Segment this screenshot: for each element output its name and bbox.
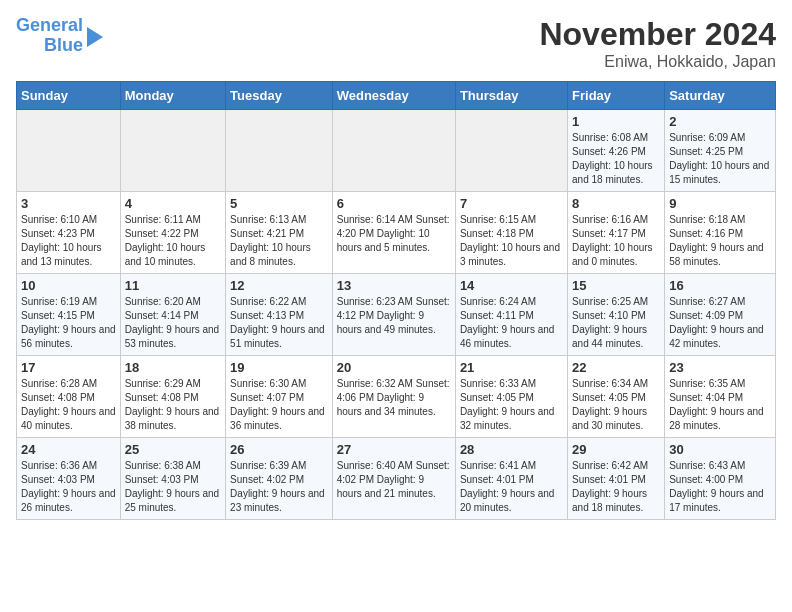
day-info: Sunrise: 6:41 AM Sunset: 4:01 PM Dayligh… [460, 459, 563, 515]
day-info: Sunrise: 6:25 AM Sunset: 4:10 PM Dayligh… [572, 295, 660, 351]
day-info: Sunrise: 6:18 AM Sunset: 4:16 PM Dayligh… [669, 213, 771, 269]
day-cell: 30Sunrise: 6:43 AM Sunset: 4:00 PM Dayli… [665, 438, 776, 520]
weekday-header-tuesday: Tuesday [226, 82, 333, 110]
day-info: Sunrise: 6:22 AM Sunset: 4:13 PM Dayligh… [230, 295, 328, 351]
day-cell: 17Sunrise: 6:28 AM Sunset: 4:08 PM Dayli… [17, 356, 121, 438]
day-info: Sunrise: 6:43 AM Sunset: 4:00 PM Dayligh… [669, 459, 771, 515]
day-cell: 21Sunrise: 6:33 AM Sunset: 4:05 PM Dayli… [455, 356, 567, 438]
day-cell: 22Sunrise: 6:34 AM Sunset: 4:05 PM Dayli… [568, 356, 665, 438]
day-number: 14 [460, 278, 563, 293]
day-info: Sunrise: 6:23 AM Sunset: 4:12 PM Dayligh… [337, 295, 451, 337]
day-cell: 25Sunrise: 6:38 AM Sunset: 4:03 PM Dayli… [120, 438, 225, 520]
location-subtitle: Eniwa, Hokkaido, Japan [539, 53, 776, 71]
day-number: 17 [21, 360, 116, 375]
day-info: Sunrise: 6:32 AM Sunset: 4:06 PM Dayligh… [337, 377, 451, 419]
day-cell [120, 110, 225, 192]
day-info: Sunrise: 6:24 AM Sunset: 4:11 PM Dayligh… [460, 295, 563, 351]
weekday-header-sunday: Sunday [17, 82, 121, 110]
day-info: Sunrise: 6:29 AM Sunset: 4:08 PM Dayligh… [125, 377, 221, 433]
day-cell: 19Sunrise: 6:30 AM Sunset: 4:07 PM Dayli… [226, 356, 333, 438]
day-cell: 27Sunrise: 6:40 AM Sunset: 4:02 PM Dayli… [332, 438, 455, 520]
day-cell: 4Sunrise: 6:11 AM Sunset: 4:22 PM Daylig… [120, 192, 225, 274]
day-info: Sunrise: 6:13 AM Sunset: 4:21 PM Dayligh… [230, 213, 328, 269]
week-row-2: 3Sunrise: 6:10 AM Sunset: 4:23 PM Daylig… [17, 192, 776, 274]
day-cell [332, 110, 455, 192]
day-number: 8 [572, 196, 660, 211]
day-info: Sunrise: 6:40 AM Sunset: 4:02 PM Dayligh… [337, 459, 451, 501]
day-number: 1 [572, 114, 660, 129]
day-number: 29 [572, 442, 660, 457]
day-cell: 29Sunrise: 6:42 AM Sunset: 4:01 PM Dayli… [568, 438, 665, 520]
day-info: Sunrise: 6:39 AM Sunset: 4:02 PM Dayligh… [230, 459, 328, 515]
day-info: Sunrise: 6:27 AM Sunset: 4:09 PM Dayligh… [669, 295, 771, 351]
day-number: 2 [669, 114, 771, 129]
day-info: Sunrise: 6:08 AM Sunset: 4:26 PM Dayligh… [572, 131, 660, 187]
day-info: Sunrise: 6:38 AM Sunset: 4:03 PM Dayligh… [125, 459, 221, 515]
day-info: Sunrise: 6:28 AM Sunset: 4:08 PM Dayligh… [21, 377, 116, 433]
day-cell: 16Sunrise: 6:27 AM Sunset: 4:09 PM Dayli… [665, 274, 776, 356]
day-number: 21 [460, 360, 563, 375]
day-info: Sunrise: 6:36 AM Sunset: 4:03 PM Dayligh… [21, 459, 116, 515]
logo: General Blue [16, 16, 103, 56]
day-info: Sunrise: 6:16 AM Sunset: 4:17 PM Dayligh… [572, 213, 660, 269]
day-number: 7 [460, 196, 563, 211]
day-number: 30 [669, 442, 771, 457]
day-number: 18 [125, 360, 221, 375]
title-block: November 2024 Eniwa, Hokkaido, Japan [539, 16, 776, 71]
day-cell: 2Sunrise: 6:09 AM Sunset: 4:25 PM Daylig… [665, 110, 776, 192]
day-number: 12 [230, 278, 328, 293]
day-number: 15 [572, 278, 660, 293]
week-row-5: 24Sunrise: 6:36 AM Sunset: 4:03 PM Dayli… [17, 438, 776, 520]
day-number: 16 [669, 278, 771, 293]
day-info: Sunrise: 6:10 AM Sunset: 4:23 PM Dayligh… [21, 213, 116, 269]
day-number: 13 [337, 278, 451, 293]
day-info: Sunrise: 6:14 AM Sunset: 4:20 PM Dayligh… [337, 213, 451, 255]
week-row-3: 10Sunrise: 6:19 AM Sunset: 4:15 PM Dayli… [17, 274, 776, 356]
page-header: General Blue November 2024 Eniwa, Hokkai… [16, 16, 776, 71]
day-number: 4 [125, 196, 221, 211]
day-cell: 7Sunrise: 6:15 AM Sunset: 4:18 PM Daylig… [455, 192, 567, 274]
day-cell: 6Sunrise: 6:14 AM Sunset: 4:20 PM Daylig… [332, 192, 455, 274]
day-info: Sunrise: 6:30 AM Sunset: 4:07 PM Dayligh… [230, 377, 328, 433]
day-number: 10 [21, 278, 116, 293]
day-info: Sunrise: 6:09 AM Sunset: 4:25 PM Dayligh… [669, 131, 771, 187]
day-cell: 3Sunrise: 6:10 AM Sunset: 4:23 PM Daylig… [17, 192, 121, 274]
day-info: Sunrise: 6:15 AM Sunset: 4:18 PM Dayligh… [460, 213, 563, 269]
day-cell: 28Sunrise: 6:41 AM Sunset: 4:01 PM Dayli… [455, 438, 567, 520]
day-number: 24 [21, 442, 116, 457]
week-row-4: 17Sunrise: 6:28 AM Sunset: 4:08 PM Dayli… [17, 356, 776, 438]
day-number: 9 [669, 196, 771, 211]
logo-text2: Blue [44, 36, 83, 56]
day-info: Sunrise: 6:20 AM Sunset: 4:14 PM Dayligh… [125, 295, 221, 351]
month-title: November 2024 [539, 16, 776, 53]
day-number: 27 [337, 442, 451, 457]
day-number: 28 [460, 442, 563, 457]
logo-text: General [16, 16, 83, 36]
day-cell: 15Sunrise: 6:25 AM Sunset: 4:10 PM Dayli… [568, 274, 665, 356]
day-cell [17, 110, 121, 192]
weekday-header-row: SundayMondayTuesdayWednesdayThursdayFrid… [17, 82, 776, 110]
day-info: Sunrise: 6:42 AM Sunset: 4:01 PM Dayligh… [572, 459, 660, 515]
day-number: 19 [230, 360, 328, 375]
weekday-header-friday: Friday [568, 82, 665, 110]
day-number: 23 [669, 360, 771, 375]
day-cell: 11Sunrise: 6:20 AM Sunset: 4:14 PM Dayli… [120, 274, 225, 356]
day-number: 22 [572, 360, 660, 375]
day-number: 3 [21, 196, 116, 211]
day-cell: 1Sunrise: 6:08 AM Sunset: 4:26 PM Daylig… [568, 110, 665, 192]
week-row-1: 1Sunrise: 6:08 AM Sunset: 4:26 PM Daylig… [17, 110, 776, 192]
day-cell: 23Sunrise: 6:35 AM Sunset: 4:04 PM Dayli… [665, 356, 776, 438]
day-number: 11 [125, 278, 221, 293]
day-cell: 13Sunrise: 6:23 AM Sunset: 4:12 PM Dayli… [332, 274, 455, 356]
day-info: Sunrise: 6:33 AM Sunset: 4:05 PM Dayligh… [460, 377, 563, 433]
day-cell [455, 110, 567, 192]
day-cell: 14Sunrise: 6:24 AM Sunset: 4:11 PM Dayli… [455, 274, 567, 356]
day-info: Sunrise: 6:35 AM Sunset: 4:04 PM Dayligh… [669, 377, 771, 433]
day-info: Sunrise: 6:34 AM Sunset: 4:05 PM Dayligh… [572, 377, 660, 433]
weekday-header-thursday: Thursday [455, 82, 567, 110]
day-cell: 20Sunrise: 6:32 AM Sunset: 4:06 PM Dayli… [332, 356, 455, 438]
day-cell: 9Sunrise: 6:18 AM Sunset: 4:16 PM Daylig… [665, 192, 776, 274]
day-cell: 24Sunrise: 6:36 AM Sunset: 4:03 PM Dayli… [17, 438, 121, 520]
day-cell: 12Sunrise: 6:22 AM Sunset: 4:13 PM Dayli… [226, 274, 333, 356]
calendar-table: SundayMondayTuesdayWednesdayThursdayFrid… [16, 81, 776, 520]
